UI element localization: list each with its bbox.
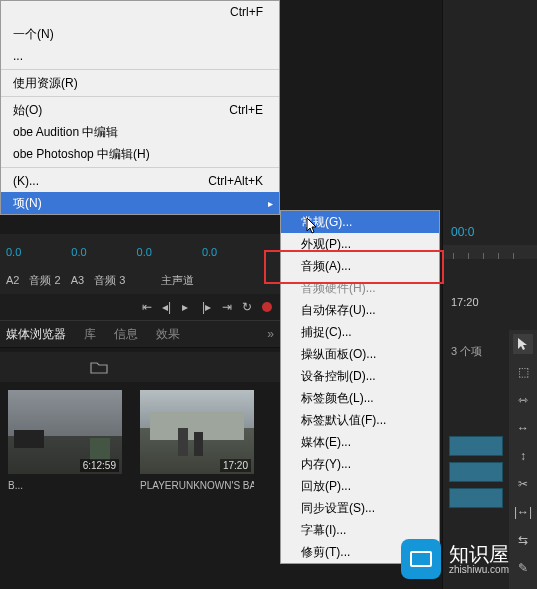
thumbnail-image: 17:20 (140, 390, 254, 474)
menu-item[interactable]: Ctrl+F (1, 1, 279, 23)
track-label: 音频 3 (94, 273, 125, 288)
panel-menu-icon[interactable]: » (267, 327, 274, 341)
submenu-item-caption[interactable]: 字幕(I)... (281, 519, 439, 541)
watermark-title: 知识屋 (449, 544, 509, 564)
go-to-start-icon[interactable]: ⇤ (142, 300, 156, 314)
slide-tool-icon[interactable]: ⇆ (513, 530, 533, 550)
submenu-item-sync[interactable]: 同步设置(S)... (281, 497, 439, 519)
track-labels-row: A2 音频 2 A3 音频 3 主声道 (0, 266, 280, 294)
submenu-item-label-color[interactable]: 标签颜色(L)... (281, 387, 439, 409)
submenu-label: 字幕(I)... (301, 522, 346, 539)
track-value[interactable]: 0.0 (71, 246, 86, 258)
submenu-label: 常规(G)... (301, 214, 352, 231)
step-forward-icon[interactable]: |▸ (202, 300, 216, 314)
folder-icon[interactable] (90, 360, 108, 374)
menu-divider (1, 167, 279, 168)
submenu-label: 修剪(T)... (301, 544, 350, 561)
submenu-item-general[interactable]: 常规(G)... (281, 211, 439, 233)
submenu-item-capture[interactable]: 捕捉(C)... (281, 321, 439, 343)
razor-tool-icon[interactable]: ✂ (513, 474, 533, 494)
submenu-item-media[interactable]: 媒体(E)... (281, 431, 439, 453)
menu-label: 始(O) (13, 102, 42, 119)
go-to-end-icon[interactable]: ⇥ (222, 300, 236, 314)
timeline-clip[interactable] (449, 462, 503, 482)
menu-label: ... (13, 49, 23, 63)
thumbnail-image: 6:12:59 (8, 390, 122, 474)
submenu-label: 操纵面板(O)... (301, 346, 376, 363)
menu-label: 使用资源(R) (13, 75, 78, 92)
play-icon[interactable]: ▸ (182, 300, 196, 314)
loop-icon[interactable]: ↻ (242, 300, 256, 314)
submenu-item-audio[interactable]: 音频(A)... (281, 255, 439, 277)
submenu-item-device[interactable]: 设备控制(D)... (281, 365, 439, 387)
menu-item[interactable]: obe Photoshop 中编辑(H) (1, 143, 279, 165)
menu-shortcut: Ctrl+Alt+K (208, 174, 271, 188)
submenu-label: 音频硬件(H)... (301, 280, 376, 297)
submenu-label: 内存(Y)... (301, 456, 351, 473)
submenu-item-playback[interactable]: 回放(P)... (281, 475, 439, 497)
track-value[interactable]: 0.0 (137, 246, 152, 258)
submenu-arrow-icon: ▸ (268, 198, 273, 209)
track-select-tool-icon[interactable]: ⬚ (513, 362, 533, 382)
menu-item[interactable]: 一个(N) (1, 23, 279, 45)
record-icon[interactable] (262, 302, 272, 312)
menu-label: obe Photoshop 中编辑(H) (13, 146, 150, 163)
track-label: A2 (6, 274, 19, 286)
thumbnail-caption: PLAYERUNKNOWN'S BAT... (140, 480, 254, 491)
menu-shortcut: Ctrl+E (229, 103, 271, 117)
menu-item[interactable]: obe Audition 中编辑 (1, 121, 279, 143)
tool-strip: ⬚ ⇿ ↔ ↕ ✂ |↔| ⇆ ✎ ✋ (509, 330, 537, 589)
menu-label: obe Audition 中编辑 (13, 124, 118, 141)
time-ruler[interactable] (443, 245, 537, 259)
submenu-label: 自动保存(U)... (301, 302, 376, 319)
timeline-clip[interactable]: 64 (449, 488, 503, 508)
submenu-label: 捕捉(C)... (301, 324, 352, 341)
submenu-label: 音频(A)... (301, 258, 351, 275)
submenu-item-appearance[interactable]: 外观(P)... (281, 233, 439, 255)
watermark: 知识屋 zhishiwu.com (401, 539, 509, 579)
tab-media-browser[interactable]: 媒体浏览器 (6, 326, 66, 343)
item-count: 3 个项 (451, 344, 482, 359)
main-menu: Ctrl+F 一个(N) ... 使用资源(R) 始(O) Ctrl+E obe… (0, 0, 280, 215)
folder-row (0, 352, 280, 382)
media-item[interactable]: 6:12:59 B... (8, 390, 122, 491)
menu-shortcut: Ctrl+F (230, 5, 271, 19)
thumbnail-duration: 17:20 (220, 459, 251, 472)
menu-item-preferences[interactable]: 项(N) ▸ (1, 192, 279, 214)
submenu-item-label-default[interactable]: 标签默认值(F)... (281, 409, 439, 431)
menu-item[interactable]: ... (1, 45, 279, 67)
rolling-edit-tool-icon[interactable]: ↔ (513, 418, 533, 438)
panel-tabs: 媒体浏览器 库 信息 效果 » (0, 320, 280, 348)
media-item[interactable]: 17:20 PLAYERUNKNOWN'S BAT... 17:20 (140, 390, 254, 491)
thumbnail-duration: 6:12:59 (80, 459, 119, 472)
tab-info[interactable]: 信息 (114, 326, 138, 343)
submenu-item-memory[interactable]: 内存(Y)... (281, 453, 439, 475)
rate-stretch-tool-icon[interactable]: ↕ (513, 446, 533, 466)
submenu-label: 标签默认值(F)... (301, 412, 386, 429)
audio-tracks-panel: 0.0 0.0 0.0 0.0 A2 音频 2 A3 音频 3 主声道 ⇤ ◂|… (0, 234, 280, 324)
timeline-clips: 64 (443, 430, 503, 514)
menu-item[interactable]: 使用资源(R) (1, 72, 279, 94)
timeline-clip[interactable] (449, 436, 503, 456)
menu-item[interactable]: (K)... Ctrl+Alt+K (1, 170, 279, 192)
submenu-item-control-surface[interactable]: 操纵面板(O)... (281, 343, 439, 365)
menu-label: (K)... (13, 174, 39, 188)
thumbnail-caption: B... (8, 480, 23, 491)
track-values-row: 0.0 0.0 0.0 0.0 (0, 238, 280, 266)
submenu-label: 回放(P)... (301, 478, 351, 495)
selection-tool-icon[interactable] (513, 334, 533, 354)
menu-divider (1, 96, 279, 97)
menu-item[interactable]: 始(O) Ctrl+E (1, 99, 279, 121)
tab-libraries[interactable]: 库 (84, 326, 96, 343)
slip-tool-icon[interactable]: |↔| (513, 502, 533, 522)
menu-label: 一个(N) (13, 26, 54, 43)
submenu-item-audio-hw[interactable]: 音频硬件(H)... (281, 277, 439, 299)
submenu-label: 同步设置(S)... (301, 500, 375, 517)
pen-tool-icon[interactable]: ✎ (513, 558, 533, 578)
track-value[interactable]: 0.0 (6, 246, 21, 258)
track-value[interactable]: 0.0 (202, 246, 217, 258)
step-back-icon[interactable]: ◂| (162, 300, 176, 314)
submenu-item-autosave[interactable]: 自动保存(U)... (281, 299, 439, 321)
ripple-edit-tool-icon[interactable]: ⇿ (513, 390, 533, 410)
tab-effects[interactable]: 效果 (156, 326, 180, 343)
